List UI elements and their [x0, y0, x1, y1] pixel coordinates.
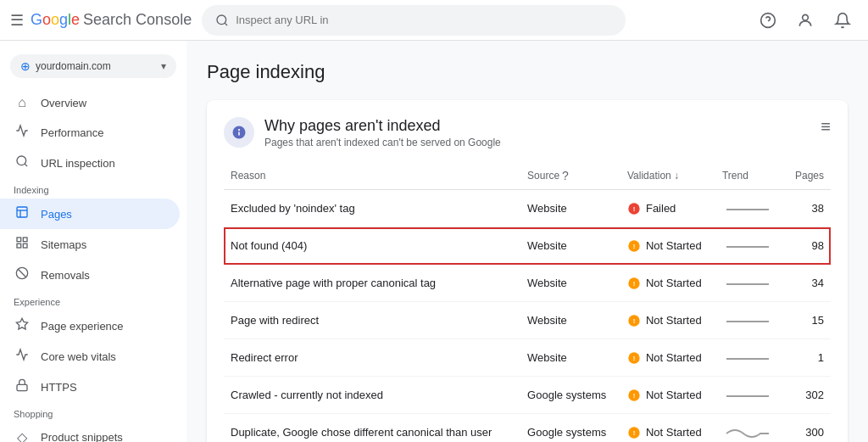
sidebar-item-overview[interactable]: ⌂ Overview: [0, 88, 180, 117]
status-badge: !Not Started: [627, 277, 709, 290]
sitemaps-icon: [14, 236, 31, 253]
product-snippets-icon: ◇: [14, 429, 31, 442]
cell-validation: !Failed: [620, 190, 715, 227]
table-row[interactable]: Page with redirect Website !Not Started …: [224, 302, 831, 339]
col-validation[interactable]: Validation ↓: [620, 162, 715, 190]
performance-icon: [14, 124, 31, 141]
section-label-indexing: Indexing: [0, 178, 186, 199]
url-inspection-input[interactable]: [236, 14, 612, 26]
sidebar-item-page-experience[interactable]: Page experience: [0, 311, 180, 341]
svg-rect-13: [17, 243, 21, 248]
sidebar-item-label: Sitemaps: [41, 238, 86, 251]
section-label-shopping: Shopping: [0, 402, 186, 422]
sidebar-item-label: Product snippets: [41, 431, 123, 442]
cell-validation: !Not Started: [620, 265, 715, 302]
google-wordmark: Google: [31, 11, 80, 29]
https-icon: [14, 378, 31, 395]
table-row[interactable]: Alternative page with proper canonical t…: [224, 265, 831, 302]
svg-rect-17: [17, 384, 27, 390]
product-name: Search Console: [83, 11, 192, 29]
header-actions: [753, 5, 858, 36]
status-badge: !Failed: [627, 202, 709, 215]
cell-trend: [715, 339, 785, 377]
help-icon: [760, 12, 776, 29]
cell-pages: 300: [785, 414, 831, 443]
sidebar-item-removals[interactable]: Removals: [0, 260, 180, 290]
svg-point-4: [803, 14, 809, 20]
status-badge: !Not Started: [627, 239, 709, 253]
table-header: Reason Source ? Validation ↓ Trend Pages: [224, 162, 831, 190]
help-button[interactable]: [753, 5, 783, 36]
cell-validation: !Not Started: [620, 302, 715, 339]
cell-reason: Redirect error: [224, 339, 520, 377]
hamburger-icon[interactable]: ☰: [10, 11, 24, 30]
svg-line-15: [18, 269, 25, 277]
pages-icon: [14, 205, 31, 222]
col-source: Source ?: [520, 162, 620, 190]
sidebar-item-url-inspection[interactable]: URL inspection: [0, 148, 180, 178]
url-inspection-bar[interactable]: [202, 5, 626, 36]
search-icon: [215, 14, 229, 27]
sidebar-item-https[interactable]: HTTPS: [0, 372, 180, 402]
accounts-icon: [797, 12, 814, 29]
table-row[interactable]: Redirect error Website !Not Started 1: [224, 339, 831, 377]
sidebar-item-label: Removals: [41, 269, 90, 282]
table-row[interactable]: Duplicate, Google chose different canoni…: [224, 414, 831, 443]
cell-validation: !Not Started: [620, 227, 715, 265]
sidebar-item-label: HTTPS: [41, 381, 77, 394]
url-inspection-icon: [14, 154, 31, 171]
svg-text:!: !: [633, 242, 636, 249]
svg-rect-11: [23, 238, 27, 242]
status-badge: !Not Started: [627, 426, 709, 439]
cell-pages: 1: [785, 339, 831, 377]
sidebar-item-performance[interactable]: Performance: [0, 117, 180, 148]
page-experience-icon: [14, 317, 31, 334]
status-badge: !Not Started: [627, 314, 709, 327]
cell-pages: 38: [785, 190, 831, 227]
header-left: ☰ Google Search Console: [10, 11, 192, 30]
svg-point-5: [17, 156, 26, 165]
cell-pages: 302: [785, 377, 831, 414]
sidebar-item-product-snippets[interactable]: ◇ Product snippets: [0, 422, 180, 442]
cell-reason: Excluded by 'noindex' tag: [224, 190, 520, 227]
status-badge: !Not Started: [627, 389, 709, 402]
col-pages: Pages: [785, 162, 831, 190]
cell-reason: Page with redirect: [224, 302, 520, 339]
cell-source: Website: [520, 190, 620, 227]
sidebar-item-label: Overview: [41, 97, 86, 109]
cell-validation: !Not Started: [620, 414, 715, 443]
svg-text:!: !: [633, 316, 636, 324]
table-row[interactable]: Crawled - currently not indexed Google s…: [224, 377, 831, 414]
logo: Google Search Console: [31, 11, 192, 29]
notifications-button[interactable]: [827, 5, 858, 36]
svg-rect-7: [17, 207, 27, 217]
source-help-icon[interactable]: ?: [562, 169, 569, 182]
cell-validation: !Not Started: [620, 339, 715, 377]
sidebar-item-pages[interactable]: Pages: [0, 199, 180, 229]
col-trend: Trend: [715, 162, 785, 190]
cell-validation: !Not Started: [620, 377, 715, 414]
main-content: Page indexing Why pages aren't indexed P…: [186, 41, 868, 442]
accounts-button[interactable]: [790, 5, 821, 36]
indexing-table: Reason Source ? Validation ↓ Trend Pages…: [224, 162, 831, 442]
card-menu-icon[interactable]: ≡: [821, 117, 831, 137]
sidebar-item-core-web-vitals[interactable]: Core web vitals: [0, 341, 180, 372]
sidebar-item-sitemaps[interactable]: Sitemaps: [0, 229, 180, 260]
cell-source: Website: [520, 302, 620, 339]
sidebar-item-label: Page experience: [41, 320, 124, 333]
cell-trend: [715, 377, 785, 414]
removals-icon: [14, 266, 31, 283]
table-row[interactable]: Excluded by 'noindex' tag Website !Faile…: [224, 190, 831, 227]
table-row[interactable]: Not found (404) Website !Not Started 98: [224, 227, 831, 265]
sidebar-item-label: Performance: [41, 126, 103, 139]
cell-pages: 34: [785, 265, 831, 302]
card-title: Why pages aren't indexed: [264, 117, 810, 135]
cell-source: Google systems: [520, 414, 620, 443]
page-title: Page indexing: [207, 61, 848, 83]
cell-reason: Not found (404): [224, 227, 520, 265]
chevron-down-icon: ▾: [161, 60, 166, 72]
indexing-issues-card: Why pages aren't indexed Pages that aren…: [207, 100, 848, 442]
card-header: Why pages aren't indexed Pages that aren…: [224, 117, 831, 148]
property-selector[interactable]: ⊕ yourdomain.com ▾: [10, 54, 176, 78]
svg-text:!: !: [633, 354, 636, 361]
